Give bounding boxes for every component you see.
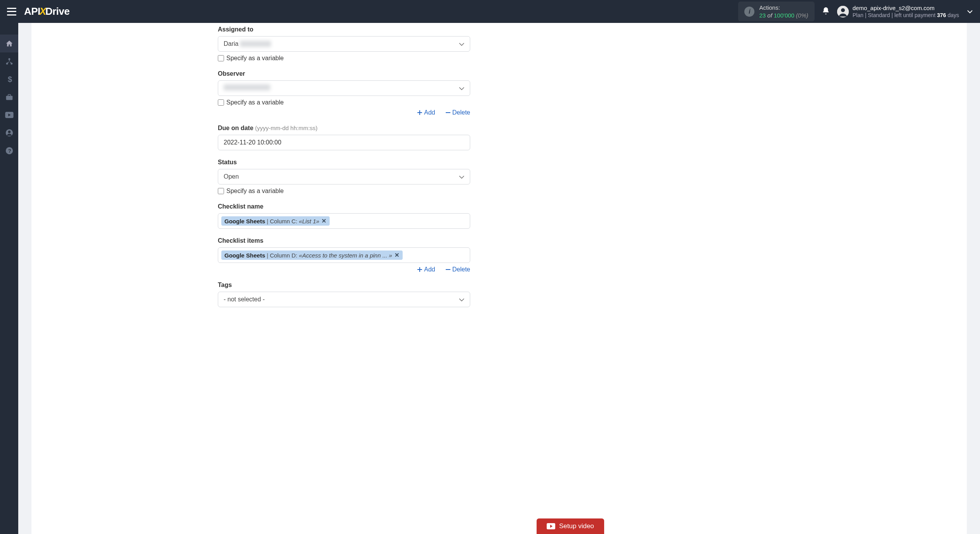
- actions-of: of: [767, 12, 772, 19]
- svg-text:?: ?: [8, 148, 11, 154]
- sidebar-connections[interactable]: [0, 52, 18, 70]
- sidebar-help[interactable]: ?: [0, 142, 18, 160]
- field-tags: Tags - not selected -: [218, 282, 470, 307]
- bell-icon[interactable]: [822, 7, 830, 17]
- chevron-down-icon: [459, 85, 464, 92]
- youtube-icon: [547, 523, 555, 529]
- field-checklist-name: Checklist name Google Sheets | Column C:…: [218, 203, 470, 229]
- observer-blurred: [224, 84, 270, 90]
- due-date-label: Due on date (yyyy-mm-dd hh:mm:ss): [218, 125, 470, 132]
- status-value: Open: [224, 173, 459, 180]
- sidebar-briefcase[interactable]: [0, 88, 18, 106]
- user-block[interactable]: demo_apix-drive_s2@com.com Plan | Standa…: [837, 4, 973, 19]
- logo[interactable]: APIXDrive: [24, 5, 70, 17]
- tags-select[interactable]: - not selected -: [218, 292, 470, 307]
- status-variable-checkbox[interactable]: Specify as a variable: [218, 188, 470, 195]
- delete-link[interactable]: Delete: [445, 109, 470, 116]
- svg-point-9: [8, 130, 10, 133]
- assigned-to-variable-checkbox[interactable]: Specify as a variable: [218, 55, 470, 62]
- assigned-to-select[interactable]: Daria: [218, 36, 470, 52]
- observer-variable-checkbox[interactable]: Specify as a variable: [218, 99, 470, 106]
- field-status: Status Open Specify as a variable: [218, 159, 470, 195]
- checklist-name-label: Checklist name: [218, 203, 470, 210]
- delete-link[interactable]: Delete: [445, 266, 470, 273]
- sidebar-home[interactable]: [0, 35, 18, 52]
- actions-used: 23: [759, 12, 766, 19]
- tag-remove-icon[interactable]: ✕: [321, 217, 327, 224]
- checklist-name-tag: Google Sheets | Column C: «List 1» ✕: [221, 216, 330, 226]
- tags-label: Tags: [218, 282, 470, 289]
- checkbox-input[interactable]: [218, 188, 224, 194]
- checklist-items-tag: Google Sheets | Column D: «Access to the…: [221, 250, 403, 260]
- assigned-to-label: Assigned to: [218, 26, 470, 33]
- info-icon: i: [744, 7, 754, 17]
- status-select[interactable]: Open: [218, 169, 470, 184]
- user-plan: Plan | Standard | left until payment 376…: [853, 12, 959, 19]
- due-date-input[interactable]: [218, 135, 470, 150]
- tag-remove-icon[interactable]: ✕: [394, 252, 400, 259]
- chevron-down-icon: [459, 40, 464, 47]
- actions-label: Actions:: [759, 4, 808, 12]
- user-email: demo_apix-drive_s2@com.com: [853, 4, 959, 12]
- svg-point-1: [841, 8, 845, 12]
- actions-total: 100'000: [774, 12, 794, 19]
- menu-toggle-icon[interactable]: [7, 8, 16, 16]
- chevron-down-icon: [459, 173, 464, 180]
- avatar-icon: [837, 6, 849, 17]
- field-assigned-to: Assigned to Daria Specify as a variable: [218, 26, 470, 62]
- svg-text:$: $: [8, 75, 12, 83]
- tags-value: - not selected -: [224, 296, 459, 303]
- page: Assigned to Daria Specify as a variable: [18, 23, 980, 534]
- actions-pct: (0%): [796, 12, 808, 19]
- sidebar-video[interactable]: [0, 106, 18, 124]
- checkbox-input[interactable]: [218, 55, 224, 61]
- checklist-name-input[interactable]: Google Sheets | Column C: «List 1» ✕: [218, 213, 470, 229]
- status-label: Status: [218, 159, 470, 166]
- assigned-to-value: Daria: [224, 40, 238, 47]
- topbar: APIXDrive i Actions: 23 of 100'000 (0%): [0, 0, 980, 23]
- add-link[interactable]: Add: [417, 266, 435, 273]
- field-due-date: Due on date (yyyy-mm-dd hh:mm:ss): [218, 125, 470, 150]
- field-observer: Observer Specify as a variable: [218, 70, 470, 116]
- checkbox-input[interactable]: [218, 99, 224, 106]
- sidebar: $ ?: [0, 23, 18, 534]
- chevron-down-icon: [459, 296, 464, 303]
- setup-video-button[interactable]: Setup video: [537, 518, 604, 534]
- actions-badge[interactable]: i Actions: 23 of 100'000 (0%): [738, 2, 814, 21]
- field-checklist-items: Checklist items Google Sheets | Column D…: [218, 237, 470, 273]
- add-link[interactable]: Add: [417, 109, 435, 116]
- observer-select[interactable]: [218, 80, 470, 96]
- sidebar-billing[interactable]: $: [0, 70, 18, 88]
- chevron-down-icon[interactable]: [967, 8, 973, 15]
- observer-label: Observer: [218, 70, 470, 77]
- checklist-items-label: Checklist items: [218, 237, 470, 244]
- checklist-items-input[interactable]: Google Sheets | Column D: «Access to the…: [218, 247, 470, 263]
- sidebar-profile[interactable]: [0, 124, 18, 142]
- svg-rect-6: [6, 96, 12, 100]
- svg-point-2: [8, 58, 10, 60]
- assigned-to-blurred: [240, 41, 271, 47]
